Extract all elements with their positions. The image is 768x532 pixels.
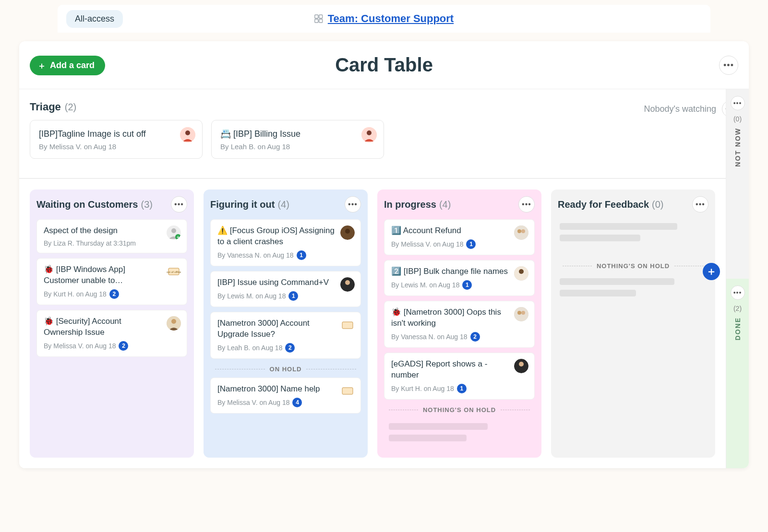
column-waiting: Waiting on Customers (3) ••• Aspect of t… bbox=[30, 189, 194, 458]
card-title: [IBP]Tagline Image is cut off bbox=[39, 128, 193, 140]
add-card-button[interactable]: ＋ Add a card bbox=[30, 56, 105, 75]
column-more-button[interactable]: ••• bbox=[518, 196, 535, 213]
svg-point-5 bbox=[185, 130, 190, 135]
comment-count-badge: 2 bbox=[109, 289, 119, 299]
columns-area: Waiting on Customers (3) ••• Aspect of t… bbox=[19, 178, 749, 468]
svg-point-7 bbox=[367, 130, 372, 135]
column-more-button[interactable]: ••• bbox=[171, 196, 187, 213]
placeholder bbox=[560, 278, 674, 285]
column-count: (0) bbox=[652, 199, 663, 210]
out-of-office-icon bbox=[340, 384, 355, 398]
out-of-office-icon bbox=[340, 318, 355, 332]
card[interactable]: 🐞 [Security] Account Ownership Issue By … bbox=[36, 310, 187, 357]
triage-card[interactable]: [IBP]Tagline Image is cut off By Melissa… bbox=[30, 120, 203, 159]
comment-count-badge: 1 bbox=[457, 384, 467, 393]
card-title: [Nametron 3000] Name help bbox=[217, 384, 354, 395]
grid-icon bbox=[314, 14, 323, 23]
card[interactable]: 🐞 [Nametron 3000] Oops this isn't workin… bbox=[384, 301, 535, 348]
add-column-button[interactable]: ＋ bbox=[703, 263, 720, 280]
plus-icon: ＋ bbox=[37, 61, 46, 70]
svg-rect-0 bbox=[315, 15, 318, 18]
svg-point-23 bbox=[521, 229, 525, 233]
rail-label: NOT NOW bbox=[734, 128, 742, 167]
card[interactable]: [Nametron 3000] Account Upgrade Issue? B… bbox=[210, 312, 361, 359]
on-hold-divider: NOTHING'S ON HOLD bbox=[558, 262, 708, 270]
card-title: ⚠️ [Focus Group iOS] Assigning to a clie… bbox=[217, 225, 354, 248]
column-count: (4) bbox=[439, 199, 451, 210]
comment-count-badge: 1 bbox=[297, 250, 306, 260]
column-count: (4) bbox=[277, 199, 289, 210]
column-title: Ready for Feedback bbox=[558, 199, 649, 210]
rails: ••• (0) NOT NOW ••• (2) DONE bbox=[726, 89, 749, 468]
svg-point-27 bbox=[517, 311, 521, 315]
card[interactable]: [Nametron 3000] Name help By Melissa V. … bbox=[210, 378, 361, 414]
card[interactable]: [eGADS] Report shows a - number By Kurt … bbox=[384, 353, 535, 400]
card[interactable]: [IBP] Issue using Command+V By Lewis M. … bbox=[210, 271, 361, 307]
card-meta: By Kurt H. on Aug 18 1 bbox=[391, 384, 528, 393]
card[interactable]: 2️⃣ [IBP] Bulk change file names By Lewi… bbox=[384, 260, 535, 296]
svg-rect-19 bbox=[342, 322, 353, 329]
card[interactable]: 🐞 [IBP Windows App] Customer unable to… … bbox=[36, 258, 187, 305]
comment-count-badge: 2 bbox=[119, 341, 128, 351]
placeholder bbox=[389, 423, 488, 430]
comment-count-badge: 1 bbox=[466, 239, 476, 249]
placeholder bbox=[560, 235, 640, 241]
card-title: [IBP] Issue using Command+V bbox=[217, 277, 354, 288]
watching-label: Nobody's watching bbox=[644, 104, 716, 114]
svg-point-18 bbox=[345, 280, 350, 285]
card-meta: By Leah B. on Aug 18 2 bbox=[217, 343, 354, 353]
card[interactable]: Aspect of the design By Liza R. Thursday… bbox=[36, 219, 187, 253]
placeholder bbox=[560, 290, 636, 296]
assign-icon[interactable]: + bbox=[167, 225, 181, 240]
column-title: Waiting on Customers bbox=[36, 199, 138, 210]
triage-card[interactable]: 📇 [IBP] Billing Issue By Leah B. on Aug … bbox=[211, 120, 384, 159]
rail-more-button[interactable]: ••• bbox=[731, 285, 745, 300]
svg-point-14 bbox=[171, 319, 176, 324]
card[interactable]: 1️⃣ Account Refund By Melissa V. on Aug … bbox=[384, 219, 535, 255]
card-title: 🐞 [IBP Windows App] Customer unable to… bbox=[44, 264, 180, 286]
svg-point-26 bbox=[514, 307, 528, 321]
rail-more-button[interactable]: ••• bbox=[731, 96, 745, 110]
svg-rect-1 bbox=[319, 15, 323, 18]
plus-icon: ＋ bbox=[706, 264, 717, 279]
placeholder bbox=[389, 435, 467, 441]
card-title: Aspect of the design bbox=[44, 225, 180, 236]
rail-label: DONE bbox=[734, 317, 742, 340]
rail-count: (2) bbox=[733, 305, 742, 312]
column-title: In progress bbox=[384, 199, 436, 210]
card[interactable]: ⚠️ [Focus Group iOS] Assigning to a clie… bbox=[210, 219, 361, 266]
rail-done[interactable]: ••• (2) DONE bbox=[726, 279, 749, 468]
comment-count-badge: 4 bbox=[292, 398, 302, 407]
card-meta: By Melissa V. on Aug 18 bbox=[39, 142, 193, 151]
svg-point-28 bbox=[521, 311, 525, 315]
card-meta: By Liza R. Thursday at 3:31pm bbox=[44, 239, 180, 247]
avatar bbox=[514, 266, 528, 281]
comment-count-badge: 2 bbox=[285, 343, 295, 353]
comment-count-badge: 1 bbox=[288, 291, 298, 301]
svg-rect-2 bbox=[315, 19, 318, 23]
svg-point-21 bbox=[514, 225, 528, 240]
on-hold-label: ON HOLD bbox=[270, 366, 302, 373]
card-meta: By Melissa V. on Aug 18 2 bbox=[44, 341, 180, 351]
svg-text:out of office: out of office bbox=[167, 271, 181, 273]
card-title: [Nametron 3000] Account Upgrade Issue? bbox=[217, 318, 354, 340]
column-more-button[interactable]: ••• bbox=[345, 196, 361, 213]
column-in-progress: In progress (4) ••• 1️⃣ Account Refund B… bbox=[377, 189, 541, 458]
board-more-button[interactable]: ••• bbox=[719, 56, 738, 75]
board-header: ＋ Add a card Card Table ••• bbox=[19, 41, 749, 89]
card-meta: By Vanessa N. on Aug 18 1 bbox=[217, 250, 354, 260]
breadcrumb-team-link[interactable]: Team: Customer Support bbox=[328, 12, 454, 25]
add-card-label: Add a card bbox=[50, 60, 95, 71]
on-hold-label: NOTHING'S ON HOLD bbox=[423, 406, 496, 414]
placeholder bbox=[560, 223, 677, 230]
svg-point-8 bbox=[171, 228, 176, 233]
access-pill[interactable]: All-access bbox=[66, 10, 123, 28]
column-figuring: Figuring it out (4) ••• ⚠️ [Focus Group … bbox=[204, 189, 368, 458]
svg-rect-3 bbox=[319, 19, 323, 23]
comment-count-badge: 1 bbox=[462, 280, 472, 290]
column-more-button[interactable]: ••• bbox=[692, 196, 708, 213]
card-meta: By Lewis M. on Aug 18 1 bbox=[217, 291, 354, 301]
svg-rect-20 bbox=[342, 388, 353, 394]
rail-not-now[interactable]: ••• (0) NOT NOW bbox=[726, 89, 749, 279]
svg-point-25 bbox=[519, 269, 524, 274]
